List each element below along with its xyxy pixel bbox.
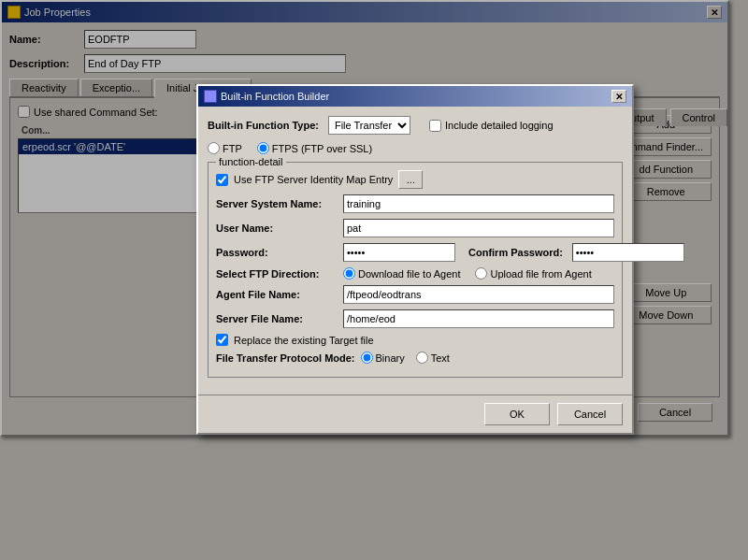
- dialog-close-button[interactable]: ✕: [611, 90, 626, 103]
- ftp-radio-label[interactable]: FTP: [208, 142, 242, 154]
- identity-map-row: Use FTP Server Identity Map Entry ...: [216, 170, 614, 189]
- download-radio[interactable]: [343, 267, 355, 280]
- text-label: Text: [431, 352, 450, 364]
- upload-radio-label[interactable]: Upload file from Agent: [475, 267, 591, 280]
- function-type-label: Built-in Function Type:: [208, 120, 319, 131]
- ok-button[interactable]: OK: [484, 403, 550, 425]
- transfer-mode-row: File Transfer Protocol Mode: Binary Text: [216, 352, 614, 364]
- server-system-name-row: Server System Name:: [216, 194, 614, 213]
- user-name-row: User Name:: [216, 219, 614, 237]
- password-input[interactable]: [343, 243, 455, 262]
- server-system-name-label: Server System Name:: [216, 198, 338, 209]
- server-file-name-input[interactable]: [343, 309, 614, 328]
- dialog-icon: [204, 90, 217, 103]
- identity-map-checkbox[interactable]: [216, 174, 228, 186]
- dialog-buttons: OK Cancel: [198, 395, 632, 433]
- ftp-direction-label: Select FTP Direction:: [216, 268, 338, 280]
- text-radio[interactable]: [416, 352, 428, 364]
- detailed-logging-row: Include detailed logging: [429, 120, 554, 132]
- binary-radio[interactable]: [361, 352, 373, 364]
- upload-radio[interactable]: [475, 267, 487, 280]
- agent-file-name-input[interactable]: [343, 285, 614, 304]
- ellipsis-button[interactable]: ...: [398, 170, 423, 189]
- transfer-mode-group: Binary Text: [361, 352, 450, 364]
- server-system-name-input[interactable]: [343, 194, 614, 213]
- direction-group: Download file to Agent Upload file from …: [343, 267, 592, 280]
- dialog-content: Built-in Function Type: File Transfer In…: [198, 107, 632, 395]
- dialog-title-text: Built-in Function Builder: [221, 91, 329, 102]
- function-type-select[interactable]: File Transfer: [328, 116, 410, 135]
- replace-target-row: Replace the existing Target file: [216, 334, 614, 346]
- ftps-label: FTPS (FTP over SSL): [272, 143, 372, 154]
- password-row: Password: Confirm Password:: [216, 243, 614, 262]
- server-file-name-row: Server File Name:: [216, 309, 614, 328]
- dialog-title-left: Built-in Function Builder: [204, 90, 329, 103]
- dialog-title-bar: Built-in Function Builder ✕: [198, 86, 632, 107]
- detailed-logging-checkbox[interactable]: [429, 120, 441, 132]
- ftp-radio[interactable]: [208, 142, 220, 154]
- function-type-row: Built-in Function Type: File Transfer In…: [208, 116, 623, 135]
- ftps-radio-label[interactable]: FTPS (FTP over SSL): [257, 142, 372, 154]
- function-detail-group: function-detail Use FTP Server Identity …: [208, 162, 623, 378]
- replace-target-label: Replace the existing Target file: [234, 335, 374, 346]
- binary-label: Binary: [376, 352, 405, 364]
- server-file-name-label: Server File Name:: [216, 313, 338, 324]
- protocol-radio-group: FTP FTPS (FTP over SSL): [208, 142, 623, 154]
- confirm-password-input[interactable]: [572, 243, 684, 262]
- user-name-input[interactable]: [343, 219, 614, 237]
- binary-radio-label[interactable]: Binary: [361, 352, 405, 364]
- ftp-label: FTP: [223, 143, 242, 154]
- agent-file-name-label: Agent File Name:: [216, 289, 338, 300]
- upload-label: Upload file from Agent: [490, 268, 591, 280]
- password-label: Password:: [216, 247, 338, 258]
- ftp-direction-row: Select FTP Direction: Download file to A…: [216, 267, 614, 280]
- cancel-dialog-button[interactable]: Cancel: [557, 403, 623, 425]
- download-label: Download file to Agent: [358, 268, 460, 280]
- download-radio-label[interactable]: Download file to Agent: [343, 267, 460, 280]
- confirm-password-label: Confirm Password:: [468, 247, 563, 258]
- function-detail-title: function-detail: [216, 156, 286, 167]
- transfer-mode-label: File Transfer Protocol Mode:: [216, 352, 355, 364]
- agent-file-name-row: Agent File Name:: [216, 285, 614, 304]
- ftps-radio[interactable]: [257, 142, 269, 154]
- user-name-label: User Name:: [216, 223, 338, 234]
- detailed-logging-label: Include detailed logging: [445, 120, 554, 131]
- text-radio-label[interactable]: Text: [416, 352, 450, 364]
- identity-map-label: Use FTP Server Identity Map Entry: [234, 174, 393, 185]
- built-in-function-builder-dialog: Built-in Function Builder ✕ Built-in Fun…: [196, 84, 634, 435]
- replace-target-checkbox[interactable]: [216, 334, 228, 346]
